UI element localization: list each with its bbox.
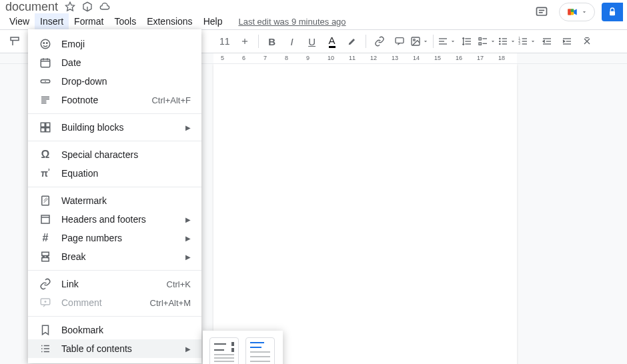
menu-view[interactable]: View [4,13,35,29]
svg-rect-56 [41,123,45,127]
svg-text:3: 3 [518,42,520,45]
menu-item-label: Building blocks [61,122,123,133]
separator [433,35,434,48]
link-icon [39,277,52,291]
ruler-tick: 8 [285,55,288,61]
underline-icon[interactable]: U [303,32,322,51]
menu-item-label: Equation [61,168,98,179]
menu-item-building-blocks[interactable]: Building blocks▶ [28,118,201,137]
font-size-input[interactable]: 11 [215,32,234,51]
menu-item-bookmark[interactable]: Bookmark [28,321,201,339]
submenu-arrow-icon: ▶ [185,216,191,223]
ruler-tick: 7 [263,55,267,61]
menu-item-page-numbers[interactable]: #Page numbers▶ [28,229,201,247]
svg-rect-9 [11,37,19,41]
checklist-icon[interactable] [478,32,496,51]
menu-item-break[interactable]: Break▶ [28,247,201,266]
shortcut: Ctrl+Alt+M [150,298,191,308]
headers-icon [39,213,52,226]
clear-formatting-icon[interactable] [578,32,596,51]
menu-item-label: Page numbers [61,233,122,243]
menu-item-drop-down[interactable]: Drop-down [28,72,201,91]
pi-icon: π² [39,167,52,180]
bulleted-list-icon[interactable] [498,32,516,51]
text-color-icon[interactable]: A [323,32,342,51]
menu-item-label: Watermark [61,195,107,206]
doc-title[interactable]: document [5,0,58,14]
ruler-tick: 5 [221,55,224,61]
svg-point-46 [47,43,48,44]
menu-format[interactable]: Format [69,13,109,29]
bookmark-icon [39,323,52,337]
separator [28,270,201,271]
menu-tools[interactable]: Tools [109,13,141,29]
cloud-icon[interactable] [98,0,111,13]
menu-item-table-of-contents[interactable]: Table of contents▶ [28,339,201,358]
svg-point-45 [43,43,45,44]
image-icon[interactable] [410,32,429,51]
svg-rect-58 [41,128,45,132]
omega-icon: Ω [39,148,52,161]
highlight-icon[interactable] [343,32,362,51]
last-edit-link[interactable]: Last edit was 9 minutes ago [238,17,346,27]
align-icon[interactable] [438,32,456,51]
print-format-icon[interactable] [5,32,24,51]
menu-item-special-characters[interactable]: ΩSpecial characters [28,145,201,164]
numbered-list-icon[interactable]: 123 [518,32,536,51]
menu-item-equation[interactable]: π²Equation [28,164,201,183]
watermark-icon [39,194,52,207]
menu-insert[interactable]: Insert [35,13,69,29]
menu-item-label: Comment [61,297,102,308]
ruler-tick: 15 [434,55,441,61]
menu-item-label: Link [61,279,79,289]
separator [28,141,201,141]
menu-item-emoji[interactable]: Emoji [28,35,201,53]
menu-extensions[interactable]: Extensions [141,13,197,29]
menu-item-label: Table of contents [61,343,132,354]
menu-item-label: Emoji [61,39,85,49]
svg-rect-61 [41,215,49,223]
footnote-icon [39,93,52,107]
indent-increase-icon[interactable] [558,32,576,51]
comment-icon [39,296,52,309]
menu-item-footnote[interactable]: FootnoteCtrl+Alt+F [28,91,201,109]
ruler-tick: 16 [456,55,462,61]
link-icon[interactable] [370,32,389,51]
emoji-icon [39,37,52,51]
ruler-tick: 10 [328,55,334,61]
menu-item-headers-and-footers[interactable]: Headers and footers▶ [28,210,201,229]
svg-point-25 [499,38,500,39]
date-icon [39,56,52,69]
italic-icon[interactable]: I [283,32,301,51]
document-page[interactable] [213,64,517,364]
comment-icon[interactable] [390,32,409,51]
indent-decrease-icon[interactable] [538,32,556,51]
menu-item-label: Break [61,251,86,262]
line-spacing-icon[interactable] [458,32,476,51]
toc-with-links[interactable] [245,337,275,364]
menu-item-label: Date [61,57,81,68]
ruler-tick: 13 [392,55,398,61]
toc-with-numbers[interactable] [209,337,239,364]
svg-marker-0 [65,2,74,11]
menu-item-comment: CommentCtrl+Alt+M [28,293,201,312]
ruler-tick: 6 [242,55,245,61]
toc-submenu [203,331,283,364]
font-size-increase-icon[interactable] [235,32,254,51]
star-icon[interactable] [63,0,77,13]
separator [28,113,201,114]
menu-item-watermark[interactable]: Watermark [28,191,201,210]
menu-item-date[interactable]: Date [28,53,201,72]
submenu-arrow-icon: ▶ [185,124,191,131]
move-icon[interactable] [81,0,94,13]
bold-icon[interactable]: B [263,32,281,51]
menu-help[interactable]: Help [198,13,228,29]
menu-item-link[interactable]: LinkCtrl+K [28,275,201,293]
svg-point-29 [499,43,500,44]
separator [28,316,201,317]
ruler-tick: 12 [370,55,377,61]
ruler-tick: 18 [498,55,505,61]
menu-bar: View Insert Format Tools Extensions Help… [0,13,627,29]
dropdown-icon [39,75,52,88]
svg-rect-47 [41,59,50,67]
